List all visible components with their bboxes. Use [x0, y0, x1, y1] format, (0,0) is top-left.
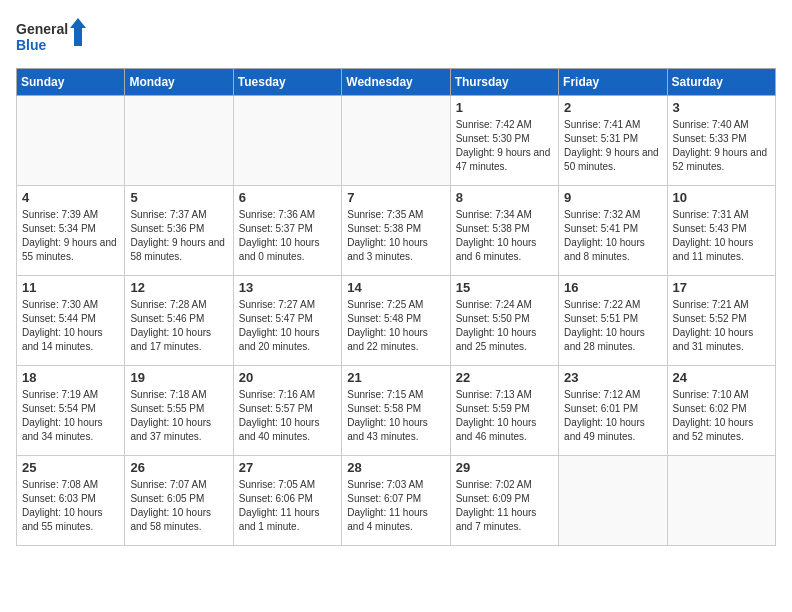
day-info: Sunrise: 7:28 AMSunset: 5:46 PMDaylight:…: [130, 298, 227, 354]
day-cell: 15Sunrise: 7:24 AMSunset: 5:50 PMDayligh…: [450, 276, 558, 366]
week-row-4: 18Sunrise: 7:19 AMSunset: 5:54 PMDayligh…: [17, 366, 776, 456]
day-number: 5: [130, 190, 227, 205]
column-header-tuesday: Tuesday: [233, 69, 341, 96]
day-info: Sunrise: 7:39 AMSunset: 5:34 PMDaylight:…: [22, 208, 119, 264]
day-number: 21: [347, 370, 444, 385]
day-cell: [233, 96, 341, 186]
day-info: Sunrise: 7:35 AMSunset: 5:38 PMDaylight:…: [347, 208, 444, 264]
day-number: 10: [673, 190, 770, 205]
svg-text:General: General: [16, 21, 68, 37]
day-info: Sunrise: 7:30 AMSunset: 5:44 PMDaylight:…: [22, 298, 119, 354]
column-header-sunday: Sunday: [17, 69, 125, 96]
day-number: 25: [22, 460, 119, 475]
svg-marker-2: [70, 18, 86, 46]
day-info: Sunrise: 7:13 AMSunset: 5:59 PMDaylight:…: [456, 388, 553, 444]
day-info: Sunrise: 7:02 AMSunset: 6:09 PMDaylight:…: [456, 478, 553, 534]
day-number: 15: [456, 280, 553, 295]
day-info: Sunrise: 7:32 AMSunset: 5:41 PMDaylight:…: [564, 208, 661, 264]
day-cell: 7Sunrise: 7:35 AMSunset: 5:38 PMDaylight…: [342, 186, 450, 276]
day-cell: 24Sunrise: 7:10 AMSunset: 6:02 PMDayligh…: [667, 366, 775, 456]
day-number: 20: [239, 370, 336, 385]
day-number: 6: [239, 190, 336, 205]
day-cell: 25Sunrise: 7:08 AMSunset: 6:03 PMDayligh…: [17, 456, 125, 546]
day-number: 4: [22, 190, 119, 205]
day-info: Sunrise: 7:40 AMSunset: 5:33 PMDaylight:…: [673, 118, 770, 174]
day-cell: 10Sunrise: 7:31 AMSunset: 5:43 PMDayligh…: [667, 186, 775, 276]
svg-text:Blue: Blue: [16, 37, 47, 53]
column-header-thursday: Thursday: [450, 69, 558, 96]
day-info: Sunrise: 7:27 AMSunset: 5:47 PMDaylight:…: [239, 298, 336, 354]
day-number: 24: [673, 370, 770, 385]
day-info: Sunrise: 7:16 AMSunset: 5:57 PMDaylight:…: [239, 388, 336, 444]
day-number: 18: [22, 370, 119, 385]
day-info: Sunrise: 7:34 AMSunset: 5:38 PMDaylight:…: [456, 208, 553, 264]
day-number: 7: [347, 190, 444, 205]
day-info: Sunrise: 7:05 AMSunset: 6:06 PMDaylight:…: [239, 478, 336, 534]
day-cell: [125, 96, 233, 186]
day-cell: [667, 456, 775, 546]
column-header-friday: Friday: [559, 69, 667, 96]
page-header: General Blue: [16, 16, 776, 60]
column-header-monday: Monday: [125, 69, 233, 96]
day-info: Sunrise: 7:41 AMSunset: 5:31 PMDaylight:…: [564, 118, 661, 174]
day-info: Sunrise: 7:10 AMSunset: 6:02 PMDaylight:…: [673, 388, 770, 444]
day-cell: [342, 96, 450, 186]
week-row-3: 11Sunrise: 7:30 AMSunset: 5:44 PMDayligh…: [17, 276, 776, 366]
day-number: 23: [564, 370, 661, 385]
day-info: Sunrise: 7:08 AMSunset: 6:03 PMDaylight:…: [22, 478, 119, 534]
day-info: Sunrise: 7:12 AMSunset: 6:01 PMDaylight:…: [564, 388, 661, 444]
day-info: Sunrise: 7:18 AMSunset: 5:55 PMDaylight:…: [130, 388, 227, 444]
day-info: Sunrise: 7:15 AMSunset: 5:58 PMDaylight:…: [347, 388, 444, 444]
days-header-row: SundayMondayTuesdayWednesdayThursdayFrid…: [17, 69, 776, 96]
day-cell: 17Sunrise: 7:21 AMSunset: 5:52 PMDayligh…: [667, 276, 775, 366]
day-number: 9: [564, 190, 661, 205]
column-header-wednesday: Wednesday: [342, 69, 450, 96]
day-cell: 6Sunrise: 7:36 AMSunset: 5:37 PMDaylight…: [233, 186, 341, 276]
day-cell: [559, 456, 667, 546]
day-cell: 3Sunrise: 7:40 AMSunset: 5:33 PMDaylight…: [667, 96, 775, 186]
day-info: Sunrise: 7:37 AMSunset: 5:36 PMDaylight:…: [130, 208, 227, 264]
calendar-table: SundayMondayTuesdayWednesdayThursdayFrid…: [16, 68, 776, 546]
logo-graphic: General Blue: [16, 16, 86, 60]
day-number: 29: [456, 460, 553, 475]
day-cell: [17, 96, 125, 186]
day-cell: 13Sunrise: 7:27 AMSunset: 5:47 PMDayligh…: [233, 276, 341, 366]
day-cell: 18Sunrise: 7:19 AMSunset: 5:54 PMDayligh…: [17, 366, 125, 456]
day-info: Sunrise: 7:19 AMSunset: 5:54 PMDaylight:…: [22, 388, 119, 444]
day-number: 14: [347, 280, 444, 295]
day-cell: 20Sunrise: 7:16 AMSunset: 5:57 PMDayligh…: [233, 366, 341, 456]
day-number: 19: [130, 370, 227, 385]
week-row-2: 4Sunrise: 7:39 AMSunset: 5:34 PMDaylight…: [17, 186, 776, 276]
day-cell: 21Sunrise: 7:15 AMSunset: 5:58 PMDayligh…: [342, 366, 450, 456]
week-row-5: 25Sunrise: 7:08 AMSunset: 6:03 PMDayligh…: [17, 456, 776, 546]
day-number: 11: [22, 280, 119, 295]
day-cell: 2Sunrise: 7:41 AMSunset: 5:31 PMDaylight…: [559, 96, 667, 186]
day-cell: 19Sunrise: 7:18 AMSunset: 5:55 PMDayligh…: [125, 366, 233, 456]
day-number: 22: [456, 370, 553, 385]
day-cell: 26Sunrise: 7:07 AMSunset: 6:05 PMDayligh…: [125, 456, 233, 546]
day-cell: 4Sunrise: 7:39 AMSunset: 5:34 PMDaylight…: [17, 186, 125, 276]
logo: General Blue: [16, 16, 86, 60]
day-number: 17: [673, 280, 770, 295]
day-number: 8: [456, 190, 553, 205]
day-number: 3: [673, 100, 770, 115]
day-cell: 8Sunrise: 7:34 AMSunset: 5:38 PMDaylight…: [450, 186, 558, 276]
day-info: Sunrise: 7:22 AMSunset: 5:51 PMDaylight:…: [564, 298, 661, 354]
day-cell: 11Sunrise: 7:30 AMSunset: 5:44 PMDayligh…: [17, 276, 125, 366]
day-cell: 9Sunrise: 7:32 AMSunset: 5:41 PMDaylight…: [559, 186, 667, 276]
column-header-saturday: Saturday: [667, 69, 775, 96]
day-info: Sunrise: 7:42 AMSunset: 5:30 PMDaylight:…: [456, 118, 553, 174]
day-info: Sunrise: 7:07 AMSunset: 6:05 PMDaylight:…: [130, 478, 227, 534]
day-number: 28: [347, 460, 444, 475]
day-cell: 14Sunrise: 7:25 AMSunset: 5:48 PMDayligh…: [342, 276, 450, 366]
day-cell: 22Sunrise: 7:13 AMSunset: 5:59 PMDayligh…: [450, 366, 558, 456]
week-row-1: 1Sunrise: 7:42 AMSunset: 5:30 PMDaylight…: [17, 96, 776, 186]
day-number: 16: [564, 280, 661, 295]
day-info: Sunrise: 7:31 AMSunset: 5:43 PMDaylight:…: [673, 208, 770, 264]
day-number: 1: [456, 100, 553, 115]
day-cell: 5Sunrise: 7:37 AMSunset: 5:36 PMDaylight…: [125, 186, 233, 276]
day-number: 27: [239, 460, 336, 475]
day-cell: 27Sunrise: 7:05 AMSunset: 6:06 PMDayligh…: [233, 456, 341, 546]
day-cell: 1Sunrise: 7:42 AMSunset: 5:30 PMDaylight…: [450, 96, 558, 186]
day-info: Sunrise: 7:03 AMSunset: 6:07 PMDaylight:…: [347, 478, 444, 534]
